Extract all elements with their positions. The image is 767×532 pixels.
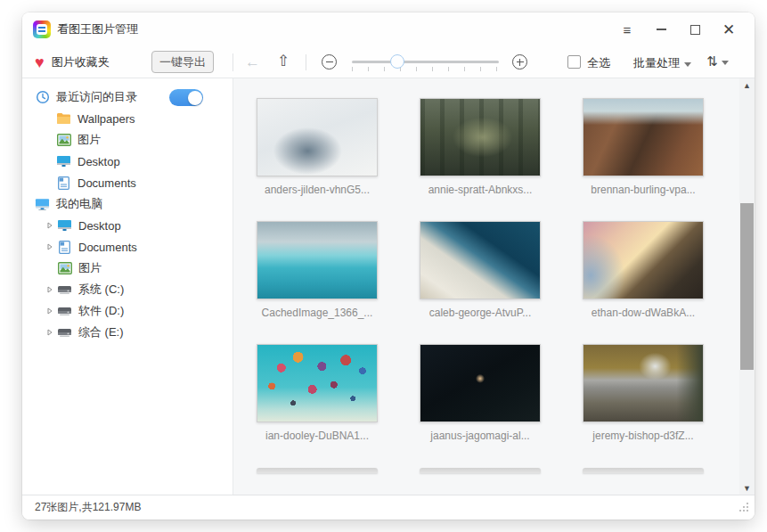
monitor-icon — [56, 154, 71, 168]
file-name: ian-dooley-DuBNA1... — [257, 430, 378, 442]
sort-dropdown[interactable]: ⇅ — [706, 53, 729, 70]
select-all-checkbox[interactable] — [567, 55, 581, 69]
expand-arrow-icon[interactable] — [46, 243, 53, 250]
file-name: brennan-burling-vpa... — [583, 184, 704, 196]
gallery-item[interactable]: ian-dooley-DuBNA1... — [257, 344, 378, 442]
thumbnail-partial[interactable] — [583, 468, 704, 473]
document-icon — [57, 240, 72, 254]
home-icon[interactable]: ⇧ — [277, 52, 290, 70]
gallery-item[interactable]: CachedImage_1366_... — [257, 221, 378, 319]
thumbnail-image[interactable] — [257, 344, 378, 422]
thumbnail-image[interactable] — [420, 221, 541, 299]
toolbar-divider — [233, 53, 233, 71]
file-name: jaanus-jagomagi-al... — [420, 430, 541, 442]
expand-arrow-icon[interactable] — [46, 329, 53, 336]
app-logo-icon — [33, 20, 51, 38]
expand-arrow-icon[interactable] — [46, 307, 53, 315]
thumbnail-image[interactable] — [420, 98, 541, 176]
sidebar-item-documents-recent[interactable]: Documents — [22, 172, 233, 193]
document-icon — [56, 176, 71, 190]
image-icon — [57, 261, 72, 275]
zoom-in-button[interactable] — [512, 54, 527, 70]
sidebar-item-pictures-recent[interactable]: 图片 — [22, 129, 233, 151]
expand-arrow-icon[interactable] — [46, 222, 53, 229]
thumbnail-image[interactable] — [257, 221, 378, 299]
toolbar-divider — [306, 54, 306, 70]
recent-dirs-toggle[interactable] — [169, 89, 203, 106]
sidebar-item-wallpapers[interactable]: Wallpapers — [22, 108, 233, 129]
file-name: jeremy-bishop-d3fZ... — [583, 430, 704, 442]
vertical-scrollbar[interactable]: ▲ ▼ — [739, 78, 755, 495]
file-name: ethan-dow-dWaBkA... — [583, 307, 704, 319]
heart-icon: ♥ — [35, 54, 45, 70]
sidebar-item-desktop-recent[interactable]: Desktop — [22, 151, 233, 172]
sidebar-item-documents[interactable]: Documents — [22, 236, 233, 258]
clock-icon — [35, 90, 50, 104]
thumbnail-image[interactable] — [583, 98, 704, 176]
thumbnail-image[interactable] — [583, 221, 704, 299]
gallery-item[interactable]: caleb-george-AtvuP... — [420, 221, 541, 319]
sidebar-item-recent-dirs[interactable]: 最近访问的目录 — [22, 86, 233, 108]
image-icon — [56, 133, 71, 147]
file-name: anders-jilden-vhnG5... — [257, 184, 378, 196]
toolbar: ♥ 图片收藏夹 一键导出 ← ⇧ 全选 批量处理 ⇅ — [22, 46, 755, 78]
chevron-down-icon — [684, 62, 691, 67]
folder-icon — [56, 111, 71, 126]
gallery-item[interactable]: jaanus-jagomagi-al... — [420, 344, 541, 442]
scroll-up-icon[interactable]: ▲ — [739, 78, 755, 92]
select-all-label[interactable]: 全选 — [587, 55, 610, 71]
file-name: CachedImage_1366_... — [257, 307, 378, 319]
close-button[interactable]: ✕ — [717, 19, 740, 40]
computer-icon — [35, 197, 50, 211]
gallery-item[interactable]: anders-jilden-vhnG5... — [257, 98, 378, 196]
thumbnail-image[interactable] — [420, 344, 541, 422]
sidebar-item-drive-d[interactable]: 软件 (D:) — [22, 300, 233, 322]
statusbar: 27张图片,共121.97MB — [22, 495, 755, 520]
gallery-panel: anders-jilden-vhnG5... annie-spratt-Abnk… — [233, 78, 755, 495]
app-window: 看图王图片管理 ≡ ✕ ♥ 图片收藏夹 一键导出 ← ⇧ 全选 批量处理 ⇅ — [22, 12, 755, 520]
window-title: 看图王图片管理 — [57, 21, 138, 37]
maximize-button[interactable] — [683, 19, 706, 40]
drive-icon — [57, 282, 72, 297]
sidebar: 最近访问的目录 Wallpapers 图片 Desktop — [22, 78, 233, 495]
back-arrow-icon[interactable]: ← — [245, 53, 260, 71]
zoom-out-button[interactable] — [322, 54, 337, 70]
thumbnail-grid: anders-jilden-vhnG5... annie-spratt-Abnk… — [233, 78, 755, 442]
expand-arrow-icon[interactable] — [46, 286, 53, 293]
titlebar: 看图王图片管理 ≡ ✕ — [22, 12, 755, 46]
monitor-icon — [57, 218, 72, 233]
thumbnail-image[interactable] — [583, 344, 704, 422]
gallery-item[interactable]: jeremy-bishop-d3fZ... — [583, 344, 704, 442]
batch-process-dropdown[interactable]: 批量处理 — [633, 55, 691, 71]
gallery-item[interactable]: ethan-dow-dWaBkA... — [583, 221, 704, 319]
favorites-label: 图片收藏夹 — [52, 54, 110, 70]
zoom-slider[interactable] — [352, 61, 499, 63]
gallery-item[interactable]: annie-spratt-Abnkxs... — [420, 98, 541, 196]
partial-thumbnail-row — [233, 468, 755, 473]
thumbnail-partial[interactable] — [420, 468, 541, 473]
minimize-button[interactable] — [649, 19, 673, 40]
sidebar-item-my-computer[interactable]: 我的电脑 — [22, 193, 233, 215]
gallery-item[interactable]: brennan-burling-vpa... — [583, 98, 704, 196]
file-name: caleb-george-AtvuP... — [420, 307, 541, 319]
thumbnail-partial[interactable] — [257, 468, 378, 473]
chevron-down-icon — [722, 61, 729, 65]
slider-ticks — [352, 67, 499, 71]
status-text: 27张图片,共121.97MB — [35, 500, 141, 515]
menu-icon[interactable]: ≡ — [616, 19, 639, 40]
sidebar-item-pictures[interactable]: 图片 — [22, 258, 233, 279]
scrollbar-thumb[interactable] — [740, 203, 754, 370]
file-name: annie-spratt-Abnkxs... — [420, 184, 541, 196]
scroll-down-icon[interactable]: ▼ — [739, 481, 755, 495]
resize-grip[interactable] — [739, 500, 749, 516]
export-button[interactable]: 一键导出 — [151, 51, 214, 73]
drive-icon — [57, 304, 72, 318]
sidebar-item-drive-e[interactable]: 综合 (E:) — [22, 322, 233, 343]
drive-icon — [57, 325, 72, 340]
thumbnail-image[interactable] — [257, 98, 378, 176]
sort-icon: ⇅ — [706, 53, 718, 70]
sidebar-item-desktop[interactable]: Desktop — [22, 215, 233, 236]
sidebar-item-drive-c[interactable]: 系统 (C:) — [22, 279, 233, 300]
